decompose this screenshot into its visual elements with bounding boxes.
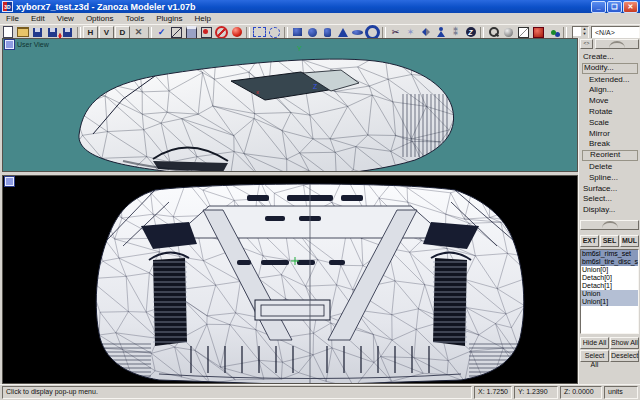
no-draw-icon[interactable] xyxy=(214,26,229,39)
select-rect-icon[interactable] xyxy=(252,26,267,39)
deselect-button[interactable]: Deselect xyxy=(610,350,639,362)
command-create[interactable]: Create... xyxy=(582,52,640,63)
material-red-icon[interactable] xyxy=(531,26,546,39)
zoom-icon[interactable] xyxy=(486,26,501,39)
gray-sphere-icon[interactable] xyxy=(501,26,516,39)
front-view-viewport[interactable] xyxy=(2,175,578,384)
cylinder-primitive-icon[interactable] xyxy=(320,26,335,39)
rollup-arc-icon xyxy=(602,221,618,228)
rollup-handle[interactable] xyxy=(595,39,639,49)
new-icon[interactable] xyxy=(0,26,15,39)
command-sidebar: <> Create... Modify... Extended... Align… xyxy=(578,38,640,384)
axis-x-marker: x xyxy=(256,89,259,95)
zmodeler-logo-icon[interactable]: Z xyxy=(463,26,478,39)
command-modify[interactable]: Modify... xyxy=(582,63,638,74)
status-x-coordinate: X: 1.7250 xyxy=(474,386,512,399)
flag-check-icon[interactable]: ✓ xyxy=(154,26,169,39)
menu-options[interactable]: Options xyxy=(80,13,120,24)
restore-button[interactable]: ❏ xyxy=(607,1,622,13)
selection-combo[interactable]: <N/A> xyxy=(591,26,640,39)
material-mix-icon[interactable] xyxy=(546,26,561,39)
command-extended[interactable]: Extended... xyxy=(582,75,640,86)
solid-cube-icon[interactable] xyxy=(184,26,199,39)
command-display[interactable]: Display... xyxy=(582,205,640,216)
torus-primitive-icon[interactable] xyxy=(365,26,380,39)
toolbar-separator xyxy=(77,27,81,38)
command-break[interactable]: Break xyxy=(582,139,640,150)
list-item[interactable]: Detach[1] xyxy=(581,282,638,290)
open-icon[interactable] xyxy=(15,26,30,39)
sphere-primitive-icon[interactable] xyxy=(305,26,320,39)
status-message[interactable]: Click to display pop-up menu. xyxy=(2,386,472,399)
person-icon[interactable] xyxy=(433,26,448,39)
command-mirror[interactable]: Mirror xyxy=(582,129,640,140)
save-icon[interactable] xyxy=(30,26,45,39)
close-button[interactable]: ✕ xyxy=(623,1,638,13)
menu-help[interactable]: Help xyxy=(188,13,216,24)
list-item[interactable]: bm6sl_tire_disc_set xyxy=(581,258,638,266)
toolbar: H V D ✕ ✓ ✂ ✶ ⁑ Z ▲▼ <N/A> xyxy=(0,24,640,39)
d-mode-button[interactable]: D xyxy=(115,26,130,39)
list-item[interactable]: Union[0] xyxy=(581,266,638,274)
hidden-mode-icon[interactable]: ✕ xyxy=(131,26,146,39)
scissors-icon[interactable]: ✂ xyxy=(388,26,403,39)
export-icon[interactable] xyxy=(60,26,75,39)
command-rotate[interactable]: Rotate xyxy=(582,107,640,118)
list-item[interactable]: Union xyxy=(581,290,638,298)
cube-primitive-icon[interactable] xyxy=(290,26,305,39)
hide-all-button[interactable]: Hide All xyxy=(580,337,609,349)
command-move[interactable]: Move xyxy=(582,96,640,107)
rollup-arc-icon xyxy=(609,41,625,48)
toolbar-separator xyxy=(246,27,250,38)
rollup-handle[interactable] xyxy=(580,220,639,230)
status-y-coordinate: Y: 1.2390 xyxy=(514,386,558,399)
command-scale[interactable]: Scale xyxy=(582,118,640,129)
user-view-canvas[interactable]: Y Z x xyxy=(3,39,577,171)
cone-primitive-icon[interactable] xyxy=(335,26,350,39)
bones-icon[interactable]: ⁑ xyxy=(448,26,463,39)
box-view-icon[interactable] xyxy=(516,26,531,39)
sidebar-toggle-button[interactable]: <> xyxy=(580,39,593,49)
car-body-user-view xyxy=(79,59,454,171)
viewport-menu-icon[interactable] xyxy=(5,177,14,186)
status-bar: Click to display pop-up menu. X: 1.7250 … xyxy=(0,384,640,400)
disc-primitive-icon[interactable] xyxy=(350,26,365,39)
level-spinner[interactable]: ▲▼ xyxy=(572,26,589,39)
command-delete[interactable]: Delete xyxy=(582,162,640,173)
mode-ext-button[interactable]: EXT xyxy=(580,235,599,247)
star-icon[interactable]: ✶ xyxy=(403,26,418,39)
command-select[interactable]: Select... xyxy=(582,194,640,205)
list-item[interactable]: bm6sl_rims_set xyxy=(581,250,638,258)
minimize-button[interactable]: _ xyxy=(591,1,606,13)
sphere-in-box-icon[interactable] xyxy=(199,26,214,39)
mirror-icon[interactable] xyxy=(418,26,433,39)
h-mode-button[interactable]: H xyxy=(83,26,98,39)
viewport-menu-icon[interactable] xyxy=(5,40,14,49)
command-align[interactable]: Align... xyxy=(582,85,640,96)
command-surface[interactable]: Surface... xyxy=(582,184,640,195)
user-view-viewport[interactable]: User View Y Z x xyxy=(2,38,578,172)
menu-edit[interactable]: Edit xyxy=(25,13,51,24)
mode-sel-button[interactable]: SEL xyxy=(600,235,619,247)
select-all-button[interactable]: Select All xyxy=(580,350,609,362)
red-sphere-icon[interactable] xyxy=(229,26,244,39)
command-list: Create... Modify... Extended... Align...… xyxy=(579,50,640,216)
v-mode-button[interactable]: V xyxy=(99,26,114,39)
wireframe-cube-icon[interactable] xyxy=(169,26,184,39)
menu-file[interactable]: File xyxy=(0,13,25,24)
command-spline[interactable]: Spline... xyxy=(582,173,640,184)
command-reorient[interactable]: Reorient xyxy=(582,150,638,161)
status-z-coordinate: Z: 0.0000 xyxy=(560,386,602,399)
menu-tools[interactable]: Tools xyxy=(119,13,150,24)
menu-view[interactable]: View xyxy=(51,13,80,24)
front-view-canvas[interactable] xyxy=(3,176,577,383)
mode-mul-button[interactable]: MUL xyxy=(620,235,639,247)
select-circle-icon[interactable] xyxy=(267,26,282,39)
list-item[interactable]: Detach[0] xyxy=(581,274,638,282)
menu-plugins[interactable]: Plugins xyxy=(150,13,188,24)
list-item[interactable]: Union[1] xyxy=(581,298,638,306)
import-icon[interactable] xyxy=(45,26,60,39)
menu-bar: File Edit View Options Tools Plugins Hel… xyxy=(0,13,640,24)
viewport-title: User View xyxy=(17,41,49,48)
show-all-button[interactable]: Show All xyxy=(610,337,639,349)
